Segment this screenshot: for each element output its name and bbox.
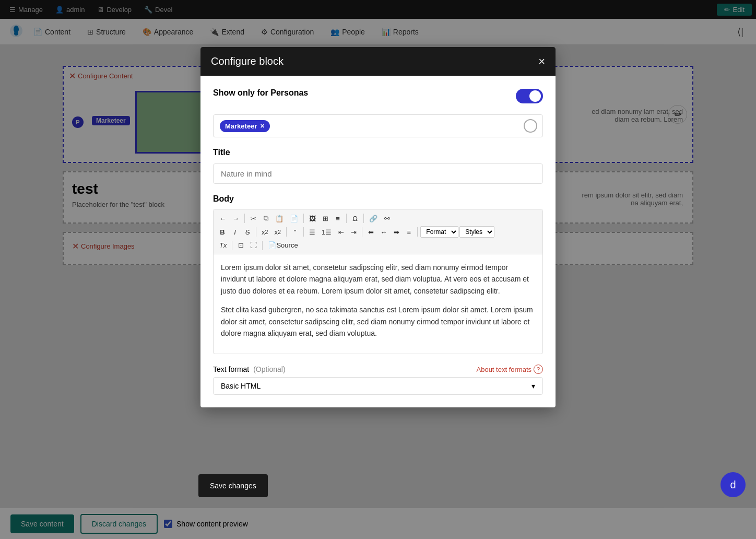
text-format-label: Text format (Optional) — [213, 365, 286, 373]
toolbar-unordered-list[interactable]: ☰ — [306, 227, 318, 238]
configure-block-modal: Configure block × Show only for Personas… — [200, 47, 556, 407]
toolbar-row-3: Tx ⊡ ⛶ 📄 Source — [217, 239, 539, 252]
toolbar-undo[interactable]: ← — [217, 213, 229, 224]
title-input[interactable] — [213, 163, 543, 184]
personas-toggle-label: Show only for Personas — [213, 88, 308, 98]
toolbar-justify[interactable]: ≡ — [403, 227, 415, 238]
toolbar-sep-5 — [256, 227, 256, 237]
toolbar-blockquote[interactable]: " — [289, 227, 301, 238]
editor-para-1: Lorem ipsum dolor sit amet, consetetur s… — [221, 262, 535, 297]
persona-circle-outline — [524, 119, 537, 133]
modal-overlay[interactable]: Configure block × Show only for Personas… — [0, 0, 756, 539]
toolbar-superscript[interactable]: x2 — [272, 227, 284, 238]
toolbar-indent[interactable]: ⇥ — [348, 227, 359, 238]
toolbar-align-center[interactable]: ↔ — [377, 227, 389, 238]
title-section-label: Title — [213, 148, 543, 157]
modal-title: Configure block — [211, 55, 284, 67]
toolbar-paste[interactable]: 📋 — [273, 213, 286, 224]
toolbar-sep-8 — [362, 227, 362, 237]
toolbar-cut[interactable]: ✂ — [247, 213, 259, 224]
modal-close-button[interactable]: × — [538, 56, 545, 67]
toolbar-sep-2 — [303, 214, 304, 223]
toolbar-row-1: ← → ✂ ⧉ 📋 📄 🖼 ⊞ ≡ Ω 🔗 — [217, 212, 539, 225]
about-text-formats-link[interactable]: About text formats ? — [477, 365, 544, 374]
editor-para-2: Stet clita kasd gubergren, no sea takima… — [221, 304, 535, 339]
toolbar-sep-4 — [363, 214, 364, 223]
toolbar-maximize[interactable]: ⛶ — [247, 240, 259, 251]
persona-chip-label: Marketeer — [225, 122, 257, 130]
toolbar-align-right[interactable]: ➡ — [391, 227, 402, 238]
toolbar-align-left[interactable]: ⬅ — [365, 227, 376, 238]
text-format-select[interactable]: Basic HTML ▾ — [213, 377, 543, 395]
chevron-down-icon: ▾ — [531, 382, 535, 390]
toolbar-link[interactable]: 🔗 — [367, 213, 380, 224]
toolbar-show-blocks[interactable]: ⊡ — [235, 240, 246, 251]
toolbar-redo[interactable]: → — [230, 213, 242, 224]
toggle-slider — [516, 89, 543, 103]
toolbar-bold[interactable]: B — [217, 227, 228, 238]
toolbar-sep-6 — [286, 227, 287, 237]
floating-help-button[interactable]: d — [720, 472, 746, 497]
save-changes-button[interactable]: Save changes — [198, 474, 268, 497]
toolbar-image[interactable]: 🖼 — [306, 213, 318, 224]
toolbar-list[interactable]: ≡ — [332, 213, 344, 224]
toolbar-ordered-list[interactable]: 1☰ — [319, 227, 334, 238]
toolbar-copy[interactable]: ⧉ — [260, 213, 271, 224]
toolbar-paste-text[interactable]: 📄 — [287, 213, 301, 224]
toolbar-sep-11 — [262, 241, 263, 250]
toolbar-remove-format[interactable]: Tx — [217, 240, 229, 251]
toolbar-sep-3 — [346, 214, 347, 223]
toolbar-row-2: B I S x2 x2 " ☰ 1☰ ⇤ ⇥ ⬅ — [217, 225, 539, 239]
toolbar-subscript[interactable]: x2 — [259, 227, 271, 238]
editor-toolbar: ← → ✂ ⧉ 📋 📄 🖼 ⊞ ≡ Ω 🔗 — [214, 209, 542, 254]
help-icon: ? — [534, 365, 543, 374]
toolbar-outdent[interactable]: ⇤ — [335, 227, 347, 238]
personas-toggle-row: Show only for Personas — [213, 88, 543, 104]
toolbar-table[interactable]: ⊞ — [320, 213, 331, 224]
body-section-label: Body — [213, 194, 543, 204]
persona-tags-row: Marketeer × — [213, 114, 543, 137]
modal-body: Show only for Personas Marketeer × Title… — [200, 76, 556, 407]
toolbar-styles-select[interactable]: Styles — [459, 226, 494, 238]
toolbar-sep-9 — [417, 227, 418, 237]
personas-toggle[interactable] — [516, 89, 543, 103]
toolbar-format-select[interactable]: Format — [420, 226, 458, 238]
text-format-optional: (Optional) — [253, 365, 285, 373]
toolbar-sep-10 — [232, 241, 232, 250]
toolbar-strike[interactable]: S — [242, 227, 253, 238]
text-format-value: Basic HTML — [221, 382, 261, 390]
toolbar-sep-7 — [303, 227, 304, 237]
body-editor: ← → ✂ ⧉ 📋 📄 🖼 ⊞ ≡ Ω 🔗 — [213, 209, 543, 354]
modal-header: Configure block × — [200, 47, 556, 76]
editor-content[interactable]: Lorem ipsum dolor sit amet, consetetur s… — [214, 254, 542, 354]
text-format-row: Text format (Optional) About text format… — [213, 365, 543, 374]
toolbar-unlink[interactable]: ⚯ — [381, 213, 393, 224]
toolbar-sep-1 — [244, 214, 245, 223]
toolbar-italic[interactable]: I — [229, 227, 241, 238]
persona-chip-marketeer: Marketeer × — [220, 120, 270, 132]
persona-chip-close-button[interactable]: × — [260, 122, 264, 130]
toolbar-source[interactable]: 📄 Source — [265, 240, 300, 251]
toolbar-special-char[interactable]: Ω — [349, 213, 361, 224]
